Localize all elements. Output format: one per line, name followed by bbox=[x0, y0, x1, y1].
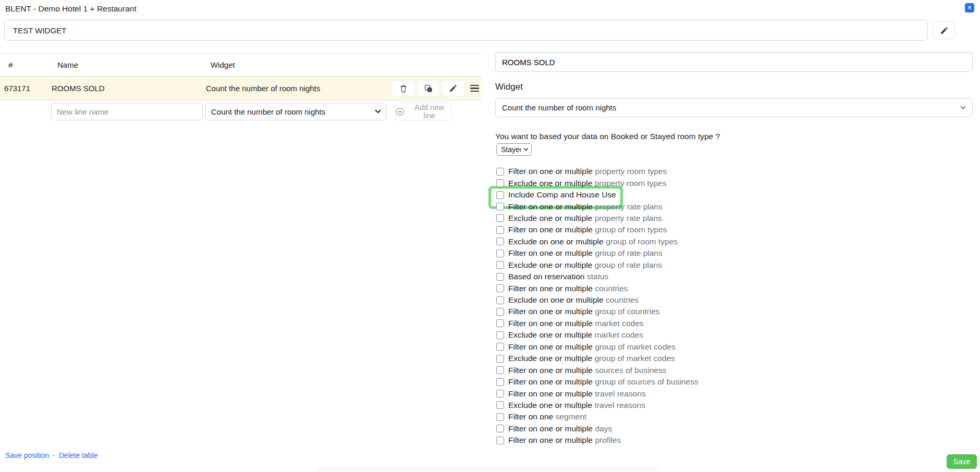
pencil-icon bbox=[449, 84, 458, 93]
filter-checkbox[interactable] bbox=[496, 250, 504, 257]
filter-checkbox[interactable] bbox=[496, 401, 504, 409]
filter-checkbox-label: Filter on one or multiplesources of busi… bbox=[508, 366, 666, 375]
edit-row-button[interactable] bbox=[442, 80, 465, 96]
filter-checkbox-row: Filter on one or multiplegroup of rate p… bbox=[495, 247, 973, 259]
filter-checkbox-label: Filter on one or multiplegroup of room t… bbox=[508, 225, 667, 234]
table-header: # Name Widget bbox=[0, 53, 481, 77]
delete-row-button[interactable] bbox=[391, 80, 415, 96]
filter-checkbox-row: Exclude one or multipleproperty room typ… bbox=[495, 177, 973, 189]
filter-checkbox-label: Filter on one or multiplegroup of market… bbox=[508, 342, 676, 352]
filter-checkbox[interactable] bbox=[496, 203, 504, 210]
filter-checkbox-label: Filter on one or multipleproperty room t… bbox=[508, 167, 667, 176]
filter-checkbox[interactable] bbox=[496, 366, 504, 374]
close-icon: ✕ bbox=[967, 5, 972, 10]
pencil-icon bbox=[940, 26, 949, 35]
filter-checkbox-row: Filter on one or multiplemarket codes bbox=[495, 318, 973, 329]
filter-checkbox-row: Filter on one or multipleproperty rate p… bbox=[495, 201, 973, 212]
header-widget: Widget bbox=[206, 60, 481, 69]
filter-checkbox-row: Exclude on one or multiplecountries bbox=[495, 294, 973, 306]
filter-checkbox[interactable] bbox=[496, 355, 504, 363]
widget-type-select[interactable]: Count the number of room nights bbox=[495, 98, 973, 117]
filter-checkbox-row: Exclude one or multiplegroup of market c… bbox=[495, 353, 973, 364]
filter-checkbox-label: Filter on one or multipletravel reasons bbox=[508, 389, 646, 399]
drag-handle-icon[interactable] bbox=[470, 85, 479, 92]
filter-checkbox[interactable] bbox=[496, 308, 504, 316]
filter-checkbox[interactable] bbox=[496, 413, 504, 421]
filter-checkbox-row: Filter on one or multipleproperty room t… bbox=[495, 166, 973, 177]
new-line-name-input[interactable] bbox=[51, 103, 203, 120]
filter-checkbox-row: Exclude one or multiplegroup of rate pla… bbox=[495, 259, 973, 271]
row-name: ROOMS SOLD bbox=[52, 84, 206, 93]
filter-checkbox[interactable] bbox=[496, 343, 504, 351]
filter-checkbox-row: Filter on one or multiplesources of busi… bbox=[495, 364, 973, 376]
filter-checkbox-label: Exclude on one or multiplegroup of room … bbox=[508, 237, 678, 246]
widget-name-input[interactable] bbox=[4, 20, 928, 41]
filter-checkbox[interactable] bbox=[496, 284, 504, 292]
filter-checkbox-row: Filter on onesegment bbox=[495, 411, 973, 423]
background-panel-edge bbox=[315, 467, 658, 472]
filter-checkbox-label: Exclude one or multipleproperty rate pla… bbox=[508, 214, 662, 223]
room-type-select[interactable]: Stayed bbox=[496, 143, 532, 156]
filter-checkbox[interactable] bbox=[496, 378, 504, 386]
room-type-question: You want to based your data on Booked or… bbox=[495, 132, 720, 141]
duplicate-row-button[interactable] bbox=[416, 80, 440, 96]
filter-checkbox[interactable] bbox=[496, 261, 504, 269]
plus-circle-icon bbox=[396, 107, 405, 116]
new-line-row: Count the number of room nights Add new … bbox=[51, 103, 451, 120]
filter-checkbox-label: Based on reservationstatus bbox=[508, 272, 608, 281]
filter-checkbox-row: Filter on one or multipleprofiles bbox=[495, 434, 973, 446]
filter-checkbox-row: Filter on one or multiplecountries bbox=[495, 282, 973, 294]
line-name-input[interactable] bbox=[495, 52, 973, 72]
table-footer: Save position-Delete table bbox=[5, 451, 97, 459]
filter-checkbox[interactable] bbox=[496, 214, 504, 222]
widget-editor-page: BLENT - Demo Hotel 1 + Restaurant ✕ # Na… bbox=[0, 0, 980, 472]
edit-widget-name-button[interactable] bbox=[933, 21, 956, 39]
filter-checkbox-label: Exclude one or multiplegroup of rate pla… bbox=[508, 260, 662, 270]
filter-checkbox-row: Filter on one or multiplegroup of source… bbox=[495, 376, 973, 388]
filter-checkbox[interactable] bbox=[496, 191, 504, 199]
filter-checkbox-row: Based on reservationstatus bbox=[495, 271, 973, 282]
filter-checkbox-label: Exclude one or multipleproperty room typ… bbox=[508, 179, 666, 188]
add-new-line-button[interactable]: Add new line bbox=[395, 103, 451, 120]
filter-checkbox[interactable] bbox=[496, 296, 504, 304]
filter-checkbox-label: Filter on one or multiplegroup of source… bbox=[508, 377, 699, 387]
filter-checkbox-label: Filter on one or multiplegroup of countr… bbox=[508, 307, 660, 316]
new-line-widget-select[interactable]: Count the number of room nights bbox=[205, 103, 386, 120]
close-button[interactable]: ✕ bbox=[965, 3, 974, 13]
filter-checkbox-label: Exclude one or multiplegroup of market c… bbox=[508, 354, 675, 363]
filter-checkbox-row: Exclude one or multipletravel reasons bbox=[495, 400, 973, 411]
filter-checkbox[interactable] bbox=[496, 238, 504, 245]
filter-checkbox[interactable] bbox=[496, 226, 504, 234]
row-actions bbox=[390, 80, 480, 96]
filter-checkbox[interactable] bbox=[496, 425, 504, 432]
filter-checkbox-label: Filter on onesegment bbox=[508, 412, 586, 421]
filter-checkbox[interactable] bbox=[496, 437, 504, 444]
filter-checkbox[interactable] bbox=[496, 168, 504, 176]
filter-checkbox-label: Exclude one or multipletravel reasons bbox=[508, 401, 645, 410]
filter-checkbox[interactable] bbox=[496, 331, 504, 339]
filter-checkbox[interactable] bbox=[496, 319, 504, 327]
table-row[interactable]: 673171 ROOMS SOLD Count the number of ro… bbox=[0, 77, 481, 101]
add-new-line-label: Add new line bbox=[408, 103, 451, 120]
filter-checkbox[interactable] bbox=[496, 179, 504, 187]
filter-checkbox-row: Exclude one or multiplemarket codes bbox=[495, 329, 973, 341]
filter-checkbox-list: Filter on one or multipleproperty room t… bbox=[495, 166, 973, 446]
filter-checkbox-label: Filter on one or multipleprofiles bbox=[508, 436, 621, 445]
delete-table-link[interactable]: Delete table bbox=[59, 451, 98, 459]
save-position-link[interactable]: Save position bbox=[5, 451, 49, 459]
window-title: BLENT - Demo Hotel 1 + Restaurant bbox=[5, 4, 137, 14]
row-number: 673171 bbox=[0, 84, 52, 93]
filter-checkbox-row: Filter on one or multipledays bbox=[495, 423, 973, 434]
save-button[interactable]: Save bbox=[947, 454, 977, 469]
filter-checkbox-label: Include Comp and House Use bbox=[508, 190, 616, 200]
filter-checkbox[interactable] bbox=[496, 273, 504, 281]
filter-checkbox-row: Filter on one or multiplegroup of room t… bbox=[495, 224, 973, 235]
filter-checkbox-row: Filter on one or multiplegroup of countr… bbox=[495, 306, 973, 317]
copy-icon bbox=[424, 84, 433, 93]
filter-checkbox-row: Exclude one or multipleproperty rate pla… bbox=[495, 213, 973, 224]
filter-checkbox-label: Exclude one or multiplemarket codes bbox=[508, 330, 643, 340]
filter-checkbox-row: Exclude on one or multiplegroup of room … bbox=[495, 236, 973, 247]
filter-checkbox-label: Filter on one or multipleproperty rate p… bbox=[508, 202, 663, 212]
header-name: Name bbox=[52, 60, 206, 69]
filter-checkbox[interactable] bbox=[496, 390, 504, 398]
